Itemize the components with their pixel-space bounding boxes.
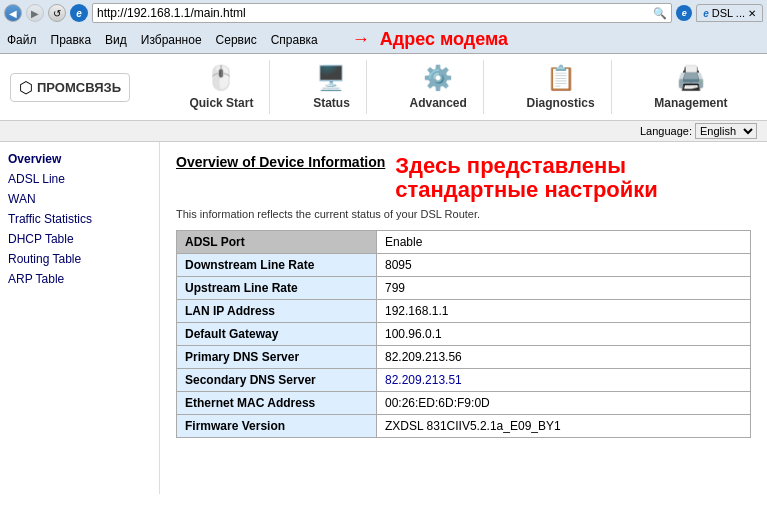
browser-titlebar: ◀ ▶ ↺ e 🔍 e e DSL ... ✕ [0,0,767,26]
menu-edit[interactable]: Правка [48,32,95,48]
device-info-table: ADSL Port Enable Downstream Line Rate 80… [176,230,751,438]
menu-view[interactable]: Вид [102,32,130,48]
row-label: Primary DNS Server [177,346,377,369]
sidebar-item-arp-table[interactable]: ARP Table [8,272,151,286]
row-value: Enable [377,231,751,254]
table-row: Ethernet MAC Address 00:26:ED:6D:F9:0D [177,392,751,415]
management-icon: 🖨️ [676,64,706,92]
advanced-label: Advanced [410,96,467,110]
nav-management[interactable]: 🖨️ Management [638,60,743,114]
content-header-row: Overview of Device Information Здесь пре… [176,154,751,202]
forward-button[interactable]: ▶ [26,4,44,22]
sidebar-item-wan[interactable]: WAN [8,192,151,206]
row-label: LAN IP Address [177,300,377,323]
status-label: Status [313,96,350,110]
table-row: Downstream Line Rate 8095 [177,254,751,277]
modem-annotation: → Адрес модема [349,28,511,51]
arrow-icon: → [349,28,373,51]
row-label: Ethernet MAC Address [177,392,377,415]
sidebar-item-adsl-line[interactable]: ADSL Line [8,172,151,186]
main-content: Overview of Device Information Здесь пре… [160,142,767,494]
browser-chrome: ◀ ▶ ↺ e 🔍 e e DSL ... ✕ Файл Правка Вид … [0,0,767,54]
sidebar-item-traffic-statistics[interactable]: Traffic Statistics [8,212,151,226]
ie-favicon: e [676,5,692,21]
annotation-line1: Здесь представлены [395,154,658,178]
menu-favorites[interactable]: Избранное [138,32,205,48]
table-row: ADSL Port Enable [177,231,751,254]
settings-annotation: Здесь представлены стандартные настройки [395,154,658,202]
row-value: 100.96.0.1 [377,323,751,346]
table-row: Default Gateway 100.96.0.1 [177,323,751,346]
back-button[interactable]: ◀ [4,4,22,22]
quick-start-icon: 🖱️ [206,64,236,92]
row-label: Firmware Version [177,415,377,438]
row-label: Upstream Line Rate [177,277,377,300]
nav-diagnostics[interactable]: 📋 Diagnostics [511,60,612,114]
table-row: Firmware Version ZXDSL 831CIIV5.2.1a_E09… [177,415,751,438]
row-value: 799 [377,277,751,300]
tab-label: DSL ... [712,7,745,19]
ie-tab-icon: e [703,8,709,19]
main-layout: Overview ADSL Line WAN Traffic Statistic… [0,142,767,494]
address-bar-container: 🔍 [92,3,672,23]
advanced-icon: ⚙️ [423,64,453,92]
refresh-button[interactable]: ↺ [48,4,66,22]
sidebar-item-dhcp-table[interactable]: DHCP Table [8,232,151,246]
language-bar: Language: English Russian [0,121,767,142]
logo: ⬡ ПРОМСВЯЗЬ [10,73,130,102]
row-label: Downstream Line Rate [177,254,377,277]
nav-status[interactable]: 🖥️ Status [297,60,367,114]
row-value: ZXDSL 831CIIV5.2.1a_E09_BY1 [377,415,751,438]
menu-file[interactable]: Файл [4,32,40,48]
main-nav: 🖱️ Quick Start 🖥️ Status ⚙️ Advanced 📋 D… [160,60,757,114]
logo-text: ПРОМСВЯЗЬ [37,80,121,95]
close-tab-icon[interactable]: ✕ [748,8,756,19]
diagnostics-label: Diagnostics [527,96,595,110]
row-label: ADSL Port [177,231,377,254]
address-input[interactable] [97,6,649,20]
sidebar-item-routing-table[interactable]: Routing Table [8,252,151,266]
page-title: Overview of Device Information [176,154,385,170]
table-row: LAN IP Address 192.168.1.1 [177,300,751,323]
sidebar-item-overview[interactable]: Overview [8,152,151,166]
nav-advanced[interactable]: ⚙️ Advanced [394,60,484,114]
browser-tab[interactable]: e DSL ... ✕ [696,4,763,22]
diagnostics-icon: 📋 [546,64,576,92]
row-value: 192.168.1.1 [377,300,751,323]
ie-icon: e [70,4,88,22]
table-row: Primary DNS Server 82.209.213.56 [177,346,751,369]
search-icon[interactable]: 🔍 [653,7,667,20]
menu-help[interactable]: Справка [268,32,321,48]
status-icon: 🖥️ [316,64,346,92]
sidebar: Overview ADSL Line WAN Traffic Statistic… [0,142,160,494]
annotation-line2: стандартные настройки [395,178,658,202]
content-description: This information reflects the current st… [176,208,751,220]
row-value: 00:26:ED:6D:F9:0D [377,392,751,415]
table-row: Upstream Line Rate 799 [177,277,751,300]
management-label: Management [654,96,727,110]
row-label: Secondary DNS Server [177,369,377,392]
quick-start-label: Quick Start [189,96,253,110]
router-header: ⬡ ПРОМСВЯЗЬ 🖱️ Quick Start 🖥️ Status ⚙️ … [0,54,767,121]
logo-icon: ⬡ [19,78,33,97]
nav-quick-start[interactable]: 🖱️ Quick Start [173,60,270,114]
modem-label: Адрес модема [377,28,511,51]
language-select[interactable]: English Russian [695,123,757,139]
table-row: Secondary DNS Server 82.209.213.51 [177,369,751,392]
menu-service[interactable]: Сервис [213,32,260,48]
menu-bar: Файл Правка Вид Избранное Сервис Справка… [0,26,767,53]
row-label: Default Gateway [177,323,377,346]
row-value: 82.209.213.51 [377,369,751,392]
language-label: Language: [640,125,692,137]
row-value: 82.209.213.56 [377,346,751,369]
row-value: 8095 [377,254,751,277]
